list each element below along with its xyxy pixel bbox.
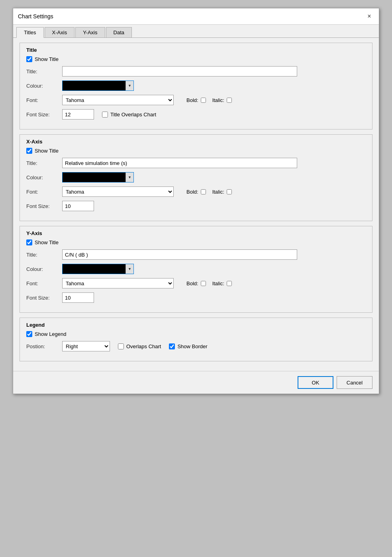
yaxis-italic-label: Italic: <box>212 280 224 286</box>
xaxis-section: X-Axis Show Title Title: Colour: ▼ Font:… <box>20 134 372 221</box>
show-title-checkbox[interactable] <box>26 56 32 62</box>
chart-settings-dialog: Chart Settings × Titles X-Axis Y-Axis Da… <box>13 8 379 394</box>
show-title-row: Show Title <box>26 56 366 62</box>
xaxis-fontsize-label: Font Size: <box>26 203 62 209</box>
xaxis-font-label: Font: <box>26 189 62 195</box>
xaxis-colour-label: Colour: <box>26 175 62 180</box>
show-border-label: Show Border <box>177 343 207 349</box>
yaxis-show-title-row: Show Title <box>26 239 366 245</box>
close-button[interactable]: × <box>365 12 374 21</box>
yaxis-colour-arrow-icon: ▼ <box>125 264 133 274</box>
show-legend-row: Show Legend <box>26 331 366 337</box>
position-select[interactable]: Right Left Top Bottom <box>62 341 110 351</box>
yaxis-colour-label: Colour: <box>26 266 62 272</box>
overlaps-chart-checkbox[interactable] <box>118 343 124 349</box>
cancel-button[interactable]: Cancel <box>337 376 372 389</box>
xaxis-colour-dropdown[interactable]: ▼ <box>62 172 134 182</box>
legend-position-row: Postion: Right Left Top Bottom Overlaps … <box>26 341 366 351</box>
yaxis-section: Y-Axis Show Title Title: Colour: ▼ Font:… <box>20 226 372 313</box>
font-select[interactable]: Tahoma <box>62 95 174 105</box>
title-field-label: Title: <box>26 69 62 75</box>
fontsize-input[interactable] <box>62 109 94 120</box>
xaxis-fontsize-row: Font Size: <box>26 201 366 211</box>
dialog-title: Chart Settings <box>18 13 53 20</box>
title-field-row: Title: <box>26 66 366 76</box>
show-legend-checkbox[interactable] <box>26 331 32 337</box>
colour-field-row: Colour: ▼ <box>26 80 366 91</box>
fontsize-label: Font Size: <box>26 112 62 118</box>
fontsize-field-row: Font Size: Title Overlaps Chart <box>26 109 366 120</box>
show-border-checkbox[interactable] <box>169 343 175 349</box>
xaxis-font-select[interactable]: Tahoma <box>62 186 174 197</box>
yaxis-bold-label: Bold: <box>186 280 198 286</box>
yaxis-colour-swatch <box>63 264 125 274</box>
content-area: Title Show Title Title: Colour: ▼ Font: … <box>13 38 379 371</box>
title-section: Title Show Title Title: Colour: ▼ Font: … <box>20 43 372 129</box>
xaxis-bold-checkbox[interactable] <box>201 189 206 194</box>
yaxis-show-title-checkbox[interactable] <box>26 239 32 245</box>
position-label: Postion: <box>26 343 62 349</box>
xaxis-show-title-row: Show Title <box>26 148 366 154</box>
overlaps-chart-label: Overlaps Chart <box>126 343 161 349</box>
xaxis-title-label: Title: <box>26 160 62 166</box>
tab-titles[interactable]: Titles <box>16 27 44 38</box>
bold-checkbox[interactable] <box>201 98 206 103</box>
xaxis-title-field-row: Title: <box>26 158 366 168</box>
xaxis-colour-arrow-icon: ▼ <box>125 173 133 182</box>
xaxis-title-input[interactable] <box>62 158 297 168</box>
colour-label: Colour: <box>26 83 62 89</box>
legend-section-label: Legend <box>26 322 366 328</box>
legend-section: Legend Show Legend Postion: Right Left T… <box>20 318 372 361</box>
xaxis-colour-swatch <box>63 173 125 182</box>
italic-checkbox[interactable] <box>227 98 232 103</box>
dialog-footer: OK Cancel <box>13 371 379 394</box>
title-overlaps-checkbox[interactable] <box>102 112 108 118</box>
yaxis-title-field-row: Title: <box>26 249 366 260</box>
yaxis-italic-checkbox[interactable] <box>227 281 232 286</box>
yaxis-colour-row: Colour: ▼ <box>26 264 366 274</box>
tabs-bar: Titles X-Axis Y-Axis Data <box>13 25 379 38</box>
bold-group: Bold: Italic: <box>180 97 232 103</box>
xaxis-bold-label: Bold: <box>186 189 198 195</box>
overlaps-chart-group: Overlaps Chart <box>118 343 161 349</box>
bold-label: Bold: <box>186 97 198 103</box>
xaxis-show-title-checkbox[interactable] <box>26 148 32 154</box>
xaxis-colour-row: Colour: ▼ <box>26 172 366 182</box>
yaxis-fontsize-label: Font Size: <box>26 295 62 301</box>
xaxis-section-label: X-Axis <box>26 139 366 145</box>
yaxis-section-label: Y-Axis <box>26 230 366 236</box>
yaxis-font-select[interactable]: Tahoma <box>62 278 174 288</box>
yaxis-fontsize-input[interactable] <box>62 292 94 303</box>
yaxis-bold-group: Bold: Italic: <box>180 280 232 286</box>
xaxis-font-row: Font: Tahoma Bold: Italic: <box>26 186 366 197</box>
xaxis-italic-checkbox[interactable] <box>227 189 232 194</box>
show-title-label: Show Title <box>35 56 59 62</box>
font-field-row: Font: Tahoma Bold: Italic: <box>26 95 366 105</box>
xaxis-bold-group: Bold: Italic: <box>180 189 232 195</box>
colour-arrow-icon: ▼ <box>125 81 133 90</box>
xaxis-italic-label: Italic: <box>212 189 224 195</box>
yaxis-colour-dropdown[interactable]: ▼ <box>62 264 134 274</box>
yaxis-font-row: Font: Tahoma Bold: Italic: <box>26 278 366 288</box>
ok-button[interactable]: OK <box>298 376 333 389</box>
title-overlaps-group: Title Overlaps Chart <box>102 112 156 118</box>
tab-data[interactable]: Data <box>106 27 132 37</box>
show-border-group: Show Border <box>169 343 207 349</box>
tab-yaxis[interactable]: Y-Axis <box>75 27 105 37</box>
xaxis-show-title-label: Show Title <box>35 148 59 154</box>
yaxis-title-label: Title: <box>26 252 62 258</box>
title-input[interactable] <box>62 66 297 76</box>
tab-xaxis[interactable]: X-Axis <box>45 27 75 37</box>
yaxis-show-title-label: Show Title <box>35 239 59 245</box>
colour-dropdown[interactable]: ▼ <box>62 80 134 91</box>
title-bar: Chart Settings × <box>13 8 379 25</box>
yaxis-bold-checkbox[interactable] <box>201 281 206 286</box>
title-overlaps-label: Title Overlaps Chart <box>110 112 156 118</box>
yaxis-title-input[interactable] <box>62 249 297 260</box>
colour-swatch <box>63 81 125 90</box>
font-label: Font: <box>26 97 62 103</box>
xaxis-fontsize-input[interactable] <box>62 201 94 211</box>
yaxis-fontsize-row: Font Size: <box>26 292 366 303</box>
show-legend-label: Show Legend <box>35 331 67 337</box>
yaxis-font-label: Font: <box>26 280 62 286</box>
